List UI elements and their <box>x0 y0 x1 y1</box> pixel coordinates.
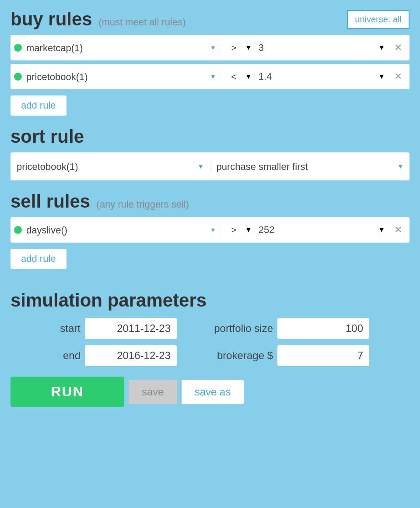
sell-rule-1-close-button[interactable]: ✕ <box>390 224 406 236</box>
buy-rule-1-close-icon: ✕ <box>394 42 402 53</box>
sort-rule-section: sort rule pricetobook(1) ▼ purchase smal… <box>10 126 410 180</box>
buy-rule-2-value-wrapper: ▼ <box>255 71 388 82</box>
buy-rule-1-op-chevron-icon: ▼ <box>245 44 252 52</box>
sell-rule-1-op-select[interactable]: > < = <box>223 225 245 235</box>
simulation-title: simulation parameters <box>10 290 410 311</box>
buy-rule-1-op-select[interactable]: > < = <box>223 43 245 53</box>
sell-rule-1-field-wrapper: dayslive() ▼ <box>26 225 220 236</box>
sell-rule-1-value-area: ▼ <box>259 224 385 236</box>
sort-field-chevron-icon: ▼ <box>198 163 204 170</box>
buy-rules-subtitle: (must meet all rules) <box>98 17 186 28</box>
buy-rules-title-area: buy rules (must meet all rules) <box>10 9 186 30</box>
sell-rule-1-status-dot <box>14 226 22 234</box>
sell-rule-1-close-icon: ✕ <box>394 224 402 236</box>
simulation-parameters-section: simulation parameters start portfolio si… <box>10 290 410 366</box>
sort-rule-title: sort rule <box>10 126 410 147</box>
sim-start-row: start portfolio size <box>10 318 410 339</box>
buy-rule-2-field-select[interactable]: pricetobook(1) <box>26 71 208 82</box>
start-label: start <box>10 322 80 335</box>
sell-rule-1-value-wrapper: ▼ <box>255 224 388 236</box>
buy-rule-2-field-dropdown[interactable]: pricetobook(1) ▼ <box>26 71 216 82</box>
sort-field-select[interactable]: pricetobook(1) <box>17 161 196 172</box>
sort-order-wrapper: purchase smaller first purchase larger f… <box>210 161 410 172</box>
sell-rule-row-1: dayslive() ▼ > < = ▼ ▼ ✕ <box>10 217 410 243</box>
buy-rule-2-close-button[interactable]: ✕ <box>390 71 406 82</box>
buy-rule-1-value-wrapper: ▼ <box>255 42 388 53</box>
sell-rule-1-value-input[interactable] <box>259 224 378 236</box>
buy-rules-header: buy rules (must meet all rules) universe… <box>10 9 410 30</box>
buy-rule-2-close-icon: ✕ <box>394 71 402 82</box>
sell-rule-1-value-chevron-icon: ▼ <box>378 226 385 234</box>
sell-rule-1-field-dropdown[interactable]: dayslive() ▼ <box>26 225 216 236</box>
buy-rule-1-op-wrapper: > < = ▼ <box>220 43 255 53</box>
buy-rule-1-value-area: ▼ <box>259 42 385 53</box>
buy-rule-1-value-input[interactable] <box>259 42 378 53</box>
add-sell-rule-button[interactable]: add rule <box>10 249 66 269</box>
buy-rule-row-2: pricetobook(1) ▼ < > = ▼ ▼ ✕ <box>10 64 410 89</box>
sell-rules-header: sell rules (any rule triggers sell) <box>10 191 410 212</box>
buy-rule-1-value-chevron-icon: ▼ <box>378 44 385 52</box>
sell-rules-subtitle: (any rule triggers sell) <box>97 199 189 210</box>
end-date-input[interactable] <box>85 345 177 366</box>
sort-field-dropdown[interactable]: pricetobook(1) ▼ <box>17 161 204 172</box>
run-button[interactable]: RUN <box>10 377 124 407</box>
save-as-button[interactable]: save as <box>182 380 244 404</box>
save-button[interactable]: save <box>129 380 177 404</box>
buy-rule-2-op-wrapper: < > = ▼ <box>220 72 255 81</box>
add-buy-rule-button[interactable]: add rule <box>10 95 66 116</box>
sort-order-dropdown[interactable]: purchase smaller first purchase larger f… <box>217 161 404 172</box>
buy-rule-1-field-wrapper: marketcap(1) ▼ <box>26 42 220 53</box>
action-buttons-row: RUN save save as <box>10 377 410 407</box>
sort-field-wrapper: pricetobook(1) ▼ <box>10 161 210 172</box>
start-date-input[interactable] <box>85 318 177 339</box>
buy-rule-2-status-dot <box>14 73 22 81</box>
buy-rules-title: buy rules <box>10 9 92 29</box>
buy-rule-1-field-chevron-icon: ▼ <box>210 44 216 51</box>
buy-rule-2-field-chevron-icon: ▼ <box>210 73 216 80</box>
brokerage-input[interactable] <box>277 345 369 366</box>
buy-rule-1-close-button[interactable]: ✕ <box>390 42 406 53</box>
buy-rule-2-op-chevron-icon: ▼ <box>245 73 252 81</box>
buy-rule-1-field-select[interactable]: marketcap(1) <box>26 42 208 53</box>
buy-rule-row-1: marketcap(1) ▼ > < = ▼ ▼ ✕ <box>10 35 410 60</box>
buy-rule-2-value-chevron-icon: ▼ <box>378 73 385 81</box>
sell-rules-title: sell rules <box>10 191 90 212</box>
sort-order-select[interactable]: purchase smaller first purchase larger f… <box>217 161 396 172</box>
buy-rule-2-field-wrapper: pricetobook(1) ▼ <box>26 71 220 82</box>
sell-rule-1-op-chevron-icon: ▼ <box>245 226 252 234</box>
sell-rules-section: sell rules (any rule triggers sell) days… <box>10 191 410 279</box>
portfolio-size-input[interactable] <box>277 318 369 339</box>
buy-rule-1-field-dropdown[interactable]: marketcap(1) ▼ <box>26 42 216 53</box>
sell-rule-1-field-chevron-icon: ▼ <box>210 226 216 233</box>
sort-rule-row: pricetobook(1) ▼ purchase smaller first … <box>10 152 410 180</box>
buy-rule-2-value-input[interactable] <box>259 71 378 82</box>
universe-button[interactable]: universe: all <box>347 10 410 29</box>
sort-order-chevron-icon: ▼ <box>397 163 403 170</box>
buy-rule-2-value-area: ▼ <box>259 71 385 82</box>
buy-rule-2-op-select[interactable]: < > = <box>223 72 245 81</box>
portfolio-size-label: portfolio size <box>177 322 273 335</box>
sell-rule-1-op-wrapper: > < = ▼ <box>220 225 255 235</box>
end-label: end <box>10 349 80 362</box>
brokerage-label: brokerage $ <box>177 349 273 362</box>
sim-end-row: end brokerage $ <box>10 345 410 366</box>
sell-rule-1-field-select[interactable]: dayslive() <box>26 225 208 236</box>
buy-rule-1-status-dot <box>14 44 22 52</box>
